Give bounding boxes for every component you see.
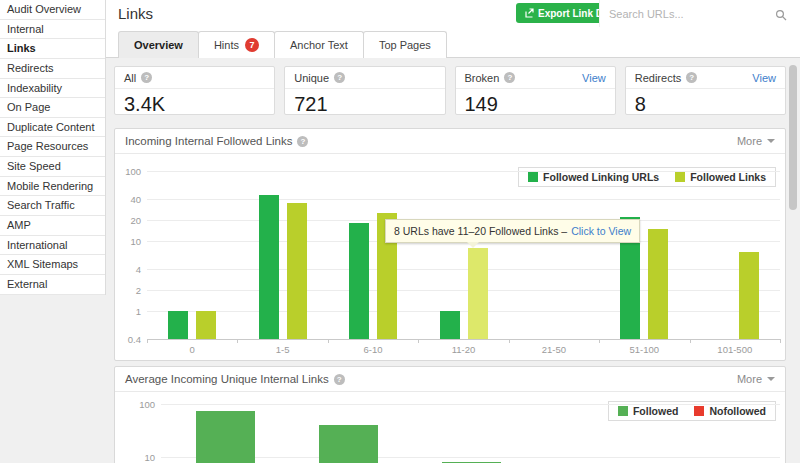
view-link[interactable]: View xyxy=(582,72,606,84)
legend-label: Followed Linking URLs xyxy=(543,171,659,183)
gridline xyxy=(147,339,780,340)
sidebar-item-page-resources[interactable]: Page Resources xyxy=(0,137,105,157)
sidebar-item-external[interactable]: External xyxy=(0,275,105,295)
legend-item-nofollowed[interactable]: Nofollowed xyxy=(694,405,766,417)
help-icon[interactable]: ? xyxy=(297,136,308,147)
sidebar: Audit OverviewInternalLinksRedirectsInde… xyxy=(0,0,106,295)
more-dropdown[interactable]: More xyxy=(737,135,775,147)
y-axis-label: 1 xyxy=(115,306,141,317)
gridline xyxy=(161,404,780,405)
sidebar-item-site-speed[interactable]: Site Speed xyxy=(0,157,105,177)
bar-followed-2[interactable] xyxy=(319,425,378,463)
x-axis-tick xyxy=(690,339,691,343)
sidebar-item-mobile-rendering[interactable]: Mobile Rendering xyxy=(0,177,105,197)
card-header: Redirects?View xyxy=(626,67,785,89)
more-label: More xyxy=(737,135,762,147)
tab-anchor-text[interactable]: Anchor Text xyxy=(274,31,364,58)
tab-top-pages[interactable]: Top Pages xyxy=(363,31,447,58)
legend-swatch xyxy=(694,406,704,416)
top-bar: Links Export Link Data OverviewHints7Anc… xyxy=(106,0,800,58)
card-label: Redirects xyxy=(635,72,681,84)
legend-item-followed-links[interactable]: Followed Links xyxy=(675,171,766,183)
help-icon[interactable]: ? xyxy=(686,72,697,83)
card-label: All xyxy=(124,72,136,84)
view-link[interactable]: View xyxy=(752,72,776,84)
y-axis-label: 0.4 xyxy=(115,334,141,345)
y-axis-label: 20 xyxy=(115,215,141,226)
search-input[interactable] xyxy=(600,0,800,27)
help-icon[interactable]: ? xyxy=(141,72,152,83)
chart-legend: Followed Linking URLsFollowed Links xyxy=(518,167,776,187)
gridline xyxy=(147,199,780,200)
card-value: 8 xyxy=(626,89,785,115)
chart-plot-average-links: FollowedNofollowed 10010 xyxy=(115,391,785,463)
gridline xyxy=(147,269,780,270)
help-icon[interactable]: ? xyxy=(334,72,345,83)
sidebar-item-search-traffic[interactable]: Search Traffic xyxy=(0,196,105,216)
bar-followed-linking-urls-11-20[interactable] xyxy=(440,311,460,339)
legend-item-followed[interactable]: Followed xyxy=(618,405,679,417)
gridline xyxy=(147,311,780,312)
sidebar-item-amp[interactable]: AMP xyxy=(0,216,105,236)
y-axis-label: 4 xyxy=(115,264,141,275)
legend-swatch xyxy=(528,172,538,182)
panel-header: Incoming Internal Followed Links ? More xyxy=(115,129,785,154)
tooltip-click-to-view-link[interactable]: Click to View xyxy=(571,225,631,237)
y-axis-label: 10 xyxy=(115,236,141,247)
sidebar-item-redirects[interactable]: Redirects xyxy=(0,59,105,79)
card-value: 149 xyxy=(456,89,615,115)
more-dropdown[interactable]: More xyxy=(737,373,775,385)
x-axis-label: 1-5 xyxy=(276,344,290,355)
tab-hints[interactable]: Hints7 xyxy=(198,31,275,58)
y-axis-label: 10 xyxy=(129,452,155,463)
bar-followed-links-51-100[interactable] xyxy=(648,229,668,339)
x-axis-label: 51-100 xyxy=(630,344,660,355)
sidebar-item-xml-sitemaps[interactable]: XML Sitemaps xyxy=(0,255,105,275)
bar-followed-linking-urls-1-5[interactable] xyxy=(259,195,279,339)
more-label: More xyxy=(737,373,762,385)
legend-swatch xyxy=(675,172,685,182)
legend-label: Nofollowed xyxy=(709,405,766,417)
bar-followed-linking-urls-0[interactable] xyxy=(168,311,188,339)
help-icon[interactable]: ? xyxy=(334,374,345,385)
bar-followed-links-0[interactable] xyxy=(196,311,216,339)
card-header: Unique? xyxy=(285,67,444,89)
x-axis-label: 101-500 xyxy=(717,344,752,355)
legend-label: Followed xyxy=(633,405,679,417)
bar-followed-linking-urls-6-10[interactable] xyxy=(349,223,369,339)
sidebar-item-international[interactable]: International xyxy=(0,236,105,256)
x-axis-tick xyxy=(509,339,510,343)
sidebar-item-internal[interactable]: Internal xyxy=(0,20,105,40)
sidebar-item-on-page[interactable]: On Page xyxy=(0,98,105,118)
x-axis-tick xyxy=(147,339,148,343)
panel-title: Average Incoming Unique Internal Links xyxy=(125,373,329,385)
x-axis-label: 21-50 xyxy=(542,344,566,355)
legend-item-followed-linking-urls[interactable]: Followed Linking URLs xyxy=(528,171,659,183)
x-axis-label: 0 xyxy=(190,344,195,355)
card-label: Broken xyxy=(465,72,500,84)
x-axis-label: 11-20 xyxy=(452,344,476,355)
x-axis-tick xyxy=(599,339,600,343)
search-box xyxy=(599,0,800,27)
x-axis-tick xyxy=(418,339,419,343)
bar-followed-links-101-500[interactable] xyxy=(739,252,759,339)
y-axis-label: 100 xyxy=(115,166,141,177)
gridline xyxy=(147,171,780,172)
tab-overview[interactable]: Overview xyxy=(118,31,199,58)
bar-followed-links-1-5[interactable] xyxy=(287,203,307,339)
magnifier-icon[interactable] xyxy=(775,7,787,25)
card-all: All?3.4K xyxy=(114,66,275,115)
help-icon[interactable]: ? xyxy=(504,72,515,83)
x-axis-label: 6-10 xyxy=(364,344,383,355)
sidebar-item-indexability[interactable]: Indexability xyxy=(0,79,105,99)
sidebar-item-duplicate-content[interactable]: Duplicate Content xyxy=(0,118,105,138)
vertical-scrollbar-thumb[interactable] xyxy=(789,65,797,210)
x-axis-tick xyxy=(780,339,781,343)
bar-followed-1[interactable] xyxy=(196,411,255,463)
hints-count-badge: 7 xyxy=(245,38,259,52)
card-header: Broken?View xyxy=(456,67,615,89)
sidebar-item-links[interactable]: Links xyxy=(0,39,105,59)
panel-header: Average Incoming Unique Internal Links ?… xyxy=(115,367,785,392)
sidebar-item-audit-overview[interactable]: Audit Overview xyxy=(0,0,105,20)
bar-followed-links-11-20[interactable] xyxy=(468,248,488,339)
